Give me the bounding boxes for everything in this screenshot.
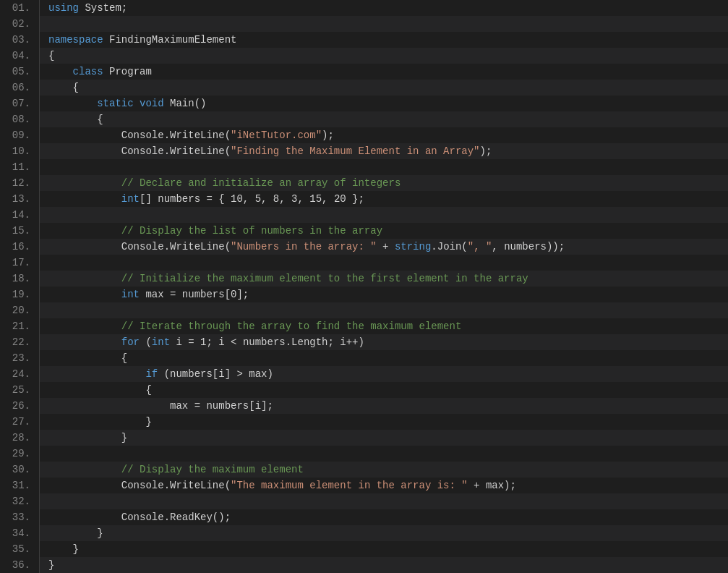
code-line: 10. Console.WriteLine("Finding the Maxim… (0, 143, 728, 159)
line-number: 34. (0, 525, 40, 541)
code-line: 30. // Display the maximum element (0, 462, 728, 478)
token-kw-blue: void (134, 98, 164, 109)
token-kw-blue: int (152, 336, 170, 348)
line-number: 36. (0, 557, 40, 573)
code-editor: 01.using System;02. 03.namespace Finding… (0, 0, 728, 573)
line-content: // Declare and initialize an array of in… (40, 175, 728, 191)
token-plain: } (48, 416, 152, 428)
code-line: 25. { (0, 382, 728, 398)
line-content: int max = numbers[0]; (40, 286, 728, 302)
token-plain: Console.WriteLine( (48, 145, 231, 157)
token-plain: Console.WriteLine( (48, 241, 231, 252)
code-line: 15. // Display the list of numbers in th… (0, 223, 728, 239)
token-comment: // Initialize the maximum element to the… (48, 273, 528, 284)
line-content (40, 446, 728, 462)
line-number: 08. (0, 111, 40, 127)
line-number: 16. (0, 239, 40, 255)
code-line: 01.using System; (0, 0, 728, 16)
line-content: using System; (40, 0, 728, 16)
code-line: 20. (0, 302, 728, 318)
line-content: } (40, 541, 728, 557)
token-plain: Main() (164, 98, 207, 109)
code-line: 09. Console.WriteLine("iNetTutor.com"); (0, 127, 728, 143)
line-content: // Iterate through the array to find the… (40, 318, 728, 334)
token-plain: + max); (468, 480, 516, 491)
line-number: 21. (0, 318, 40, 334)
token-plain: } (48, 432, 127, 443)
token-plain: i = 1; i < numbers.Length; i++) (170, 336, 364, 348)
code-line: 32. (0, 493, 728, 509)
line-content (40, 302, 728, 318)
line-content: namespace FindingMaximumElement (40, 32, 728, 48)
line-number: 12. (0, 175, 40, 191)
code-line: 13. int[] numbers = { 10, 5, 8, 3, 15, 2… (0, 191, 728, 207)
line-content: } (40, 430, 728, 446)
line-content: // Display the maximum element (40, 462, 728, 478)
line-number: 25. (0, 382, 40, 398)
line-content: static void Main() (40, 96, 728, 111)
token-plain: max = numbers[i]; (48, 400, 273, 412)
code-line: 23. { (0, 350, 728, 366)
token-comment: // Iterate through the array to find the… (48, 321, 461, 332)
token-plain: + (377, 241, 395, 252)
code-line: 18. // Initialize the maximum element to… (0, 271, 728, 286)
token-str-orange: "The maximum element in the array is: " (231, 480, 468, 491)
token-plain: System; (79, 2, 127, 14)
code-line: 33. Console.ReadKey(); (0, 509, 728, 525)
line-number: 01. (0, 0, 40, 16)
line-number: 06. (0, 80, 40, 96)
code-line: 04.{ (0, 48, 728, 64)
token-plain: [] numbers = { 10, 5, 8, 3, 15, 20 }; (140, 193, 364, 205)
token-plain: { (48, 384, 152, 396)
line-number: 27. (0, 414, 40, 430)
code-line: 07. static void Main() (0, 96, 728, 111)
line-number: 10. (0, 143, 40, 159)
code-line: 19. int max = numbers[0]; (0, 286, 728, 302)
token-kw-blue: int (48, 289, 140, 300)
line-content: Console.WriteLine("iNetTutor.com"); (40, 127, 728, 143)
token-plain: Console.WriteLine( (48, 480, 231, 491)
code-line: 16. Console.WriteLine("Numbers in the ar… (0, 239, 728, 255)
line-number: 24. (0, 366, 40, 382)
code-line: 11. (0, 159, 728, 175)
token-kw-blue: for (48, 336, 140, 348)
code-line: 31. Console.WriteLine("The maximum eleme… (0, 478, 728, 493)
line-number: 02. (0, 16, 40, 32)
line-number: 23. (0, 350, 40, 366)
line-content: { (40, 350, 728, 366)
line-number: 04. (0, 48, 40, 64)
line-number: 35. (0, 541, 40, 557)
line-number: 07. (0, 96, 40, 111)
line-content: Console.ReadKey(); (40, 509, 728, 525)
line-number: 09. (0, 127, 40, 143)
line-content: { (40, 382, 728, 398)
token-plain: (numbers[i] > max) (158, 368, 273, 380)
line-number: 33. (0, 509, 40, 525)
line-content: { (40, 48, 728, 64)
token-str-orange: "Numbers in the array: " (231, 241, 377, 252)
line-content: { (40, 111, 728, 127)
code-line: 24. if (numbers[i] > max) (0, 366, 728, 382)
line-number: 05. (0, 64, 40, 80)
line-content (40, 16, 728, 32)
line-content: for (int i = 1; i < numbers.Length; i++) (40, 334, 728, 350)
token-plain: Console.ReadKey(); (48, 512, 231, 523)
line-content: } (40, 525, 728, 541)
line-number: 03. (0, 32, 40, 48)
line-content: max = numbers[i]; (40, 398, 728, 414)
token-kw-blue: int (48, 193, 140, 205)
line-number: 29. (0, 446, 40, 462)
token-plain: ); (322, 130, 334, 141)
code-line: 14. (0, 207, 728, 223)
token-plain: { (48, 114, 103, 125)
token-plain: } (48, 559, 54, 571)
line-content (40, 255, 728, 271)
line-content: { (40, 80, 728, 96)
line-content: // Initialize the maximum element to the… (40, 271, 728, 286)
code-line: 03.namespace FindingMaximumElement (0, 32, 728, 48)
line-number: 19. (0, 286, 40, 302)
line-content: int[] numbers = { 10, 5, 8, 3, 15, 20 }; (40, 191, 728, 207)
line-number: 14. (0, 207, 40, 223)
token-plain: { (48, 82, 79, 93)
line-number: 18. (0, 271, 40, 286)
